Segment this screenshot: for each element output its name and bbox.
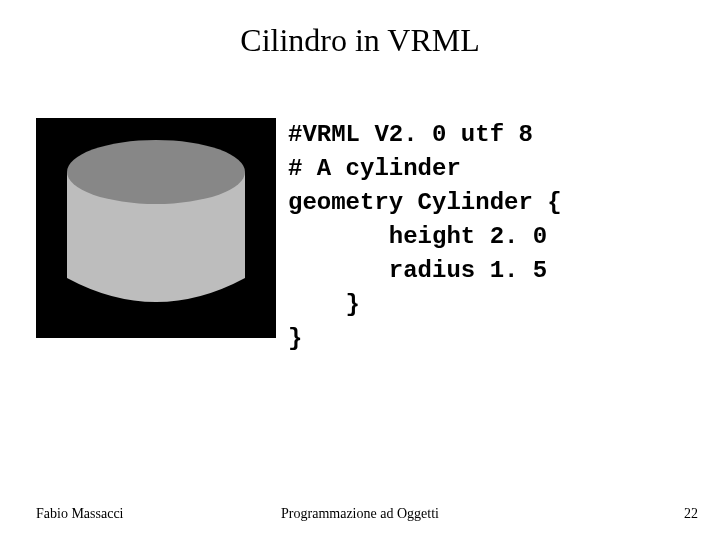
cylinder-render (36, 118, 276, 338)
slide: Cilindro in VRML #VRML V2. 0 utf 8 # A c… (0, 0, 720, 540)
footer-page-number: 22 (684, 506, 698, 522)
slide-title: Cilindro in VRML (0, 22, 720, 59)
code-block: #VRML V2. 0 utf 8 # A cylinder geometry … (288, 118, 562, 357)
code-line: geometry Cylinder { (288, 189, 562, 216)
code-line: # A cylinder (288, 155, 461, 182)
code-line: height 2. 0 (288, 223, 547, 250)
code-line: } (288, 325, 302, 352)
code-line: } (288, 291, 360, 318)
content-row: #VRML V2. 0 utf 8 # A cylinder geometry … (36, 118, 700, 357)
code-line: radius 1. 5 (288, 257, 547, 284)
code-line: #VRML V2. 0 utf 8 (288, 121, 533, 148)
svg-point-0 (67, 140, 245, 204)
cylinder-icon (51, 128, 261, 328)
footer-course: Programmazione ad Oggetti (0, 506, 720, 522)
